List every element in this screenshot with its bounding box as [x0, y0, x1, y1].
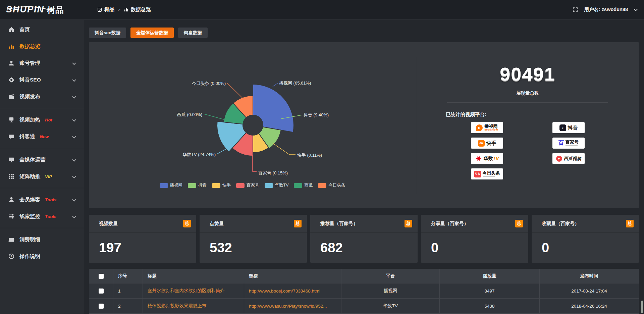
cell-title[interactable]: 室外水纹灯和室内水纹灯的区别和简介	[143, 283, 244, 299]
breadcrumb: 树品 > 数据总览	[97, 6, 151, 13]
legend-item-抖音[interactable]: 抖音	[188, 182, 207, 188]
legend-swatch	[318, 183, 326, 188]
sidebar-item-clapper[interactable]: 视频发布	[0, 88, 84, 105]
stat-card-value: 682	[310, 233, 418, 255]
platform-badge-boosj: ▶播视网boosj.com	[471, 122, 503, 133]
cell-link[interactable]: http://www.boosj.com/7338468.html	[244, 283, 341, 299]
stat-card-value: 0	[532, 233, 639, 255]
username[interactable]: 用户名: zswodun88	[584, 6, 628, 13]
cell-platform: 华数TV	[341, 299, 440, 314]
sidebar-item-grid[interactable]: 矩阵助推VIP	[0, 168, 84, 185]
sidebar-item-home[interactable]: 首页	[0, 21, 84, 38]
total-badge[interactable]: 总	[405, 220, 412, 227]
legend-item-西瓜[interactable]: 西瓜	[294, 182, 313, 188]
monitor-icon	[8, 157, 14, 163]
cell-time: 2018-04-26 16:24	[540, 299, 639, 314]
legend-item-播视网[interactable]: 播视网	[160, 182, 183, 188]
sidebar-item-label: 会员爆客	[19, 196, 40, 203]
sidebar-item-badge: Tools	[45, 214, 56, 219]
sidebar-item-heat[interactable]: 视频加热Hot	[0, 111, 84, 128]
total-badge[interactable]: 总	[626, 220, 634, 227]
platform-column-left: ▶播视网boosj.com66快手华数TV头条今日头条	[471, 122, 503, 179]
sidebar-item-label: 矩阵助推	[19, 173, 40, 180]
legend-item-快手[interactable]: 快手	[212, 182, 231, 188]
sidebar-item-bars[interactable]: 数据总览	[0, 38, 84, 55]
table-header-链接: 链接	[244, 269, 341, 283]
legend-label: 华数TV	[275, 182, 289, 188]
baijiahao-logo-icon: 百	[558, 140, 564, 147]
stat-card-label: 点赞量	[210, 221, 224, 227]
legend-swatch	[265, 183, 273, 188]
impressions-total-value: 90491	[416, 63, 639, 85]
platform-column-right: ♪抖音百百家号▶西瓜视频	[552, 122, 585, 179]
row-checkbox[interactable]	[99, 289, 104, 294]
legend-item-华数TV[interactable]: 华数TV	[265, 182, 289, 188]
platform-badge-wasu: 华数TV	[471, 153, 503, 164]
cell-plays: 5438	[440, 299, 540, 314]
sidebar-item-label: 视频加热	[19, 116, 40, 123]
total-badge[interactable]: 总	[515, 220, 523, 227]
row-select-cell	[89, 299, 113, 314]
legend-item-今日头条[interactable]: 今日头条	[318, 182, 345, 188]
sidebar-divider	[0, 148, 84, 148]
sidebar-item-chat[interactable]: 抖客通New	[0, 128, 84, 145]
heat-icon	[8, 117, 14, 123]
platform-badge-toutiao: 头条今日头条	[471, 168, 503, 179]
sidebar-item-question[interactable]: ?操作说明	[0, 248, 84, 265]
legend-swatch	[188, 183, 196, 188]
stat-card: 视频数量 总 197	[89, 215, 196, 263]
stat-card: 点赞量 总 532	[200, 215, 307, 263]
cell-time: 2017-08-24 17:04	[540, 283, 639, 299]
topbar-right: 用户名: zswodun88	[573, 6, 644, 13]
sidebar-item-label: 全媒体运营	[19, 156, 46, 163]
stat-card-value: 532	[200, 233, 307, 255]
table-header-平台: 平台	[341, 269, 440, 283]
rose-chart: 播视网 (65.61%)抖音 (9.40%)快手 (0.11%)百家号 (0.1…	[89, 42, 416, 208]
cell-link[interactable]: http://www.wasu.cn/Play/show/id/952...	[244, 299, 341, 314]
edit-square-icon	[97, 7, 102, 12]
stat-card-label: 分享量（百家号）	[431, 221, 469, 227]
stat-card-label: 收藏量（百家号）	[542, 221, 579, 227]
gear-icon	[8, 77, 14, 83]
chevron-down-icon[interactable]	[634, 7, 638, 11]
total-badge[interactable]: 总	[294, 220, 302, 227]
legend-label: 百家号	[247, 182, 259, 188]
platform-badge-baijiahao: 百百家号	[552, 138, 585, 149]
fullscreen-icon[interactable]	[573, 7, 578, 12]
scrollbar[interactable]	[641, 301, 643, 313]
total-badge[interactable]: 总	[183, 220, 191, 227]
sidebar-item-badge: Tools	[45, 197, 56, 202]
row-checkbox[interactable]	[99, 304, 104, 309]
sidebar-item-label: 数据总览	[19, 43, 40, 50]
stat-card: 分享量（百家号） 总 0	[421, 215, 528, 263]
sidebar-item-label: 抖客通	[19, 133, 35, 140]
pie-label-line	[272, 143, 296, 155]
platforms-label: 已统计的视频平台:	[446, 111, 639, 118]
select-all-checkbox[interactable]	[99, 274, 104, 279]
tab-全媒体运营数据[interactable]: 全媒体运营数据	[130, 28, 174, 38]
stat-card-header: 点赞量 总	[200, 215, 307, 233]
sidebar-item-member[interactable]: 会员爆客Tools	[0, 191, 84, 208]
pie-slice-播视网[interactable]	[253, 84, 294, 132]
sidebar-item-sliders[interactable]: 线索监控Tools	[0, 208, 84, 225]
pie-label: 西瓜 (0.00%)	[177, 112, 202, 117]
cell-title[interactable]: 楼体投影灯投影效果震撼上市	[143, 299, 244, 314]
legend-swatch	[212, 183, 220, 188]
legend-item-百家号[interactable]: 百家号	[236, 182, 259, 188]
chat-icon	[8, 134, 14, 140]
breadcrumb-item-root[interactable]: 树品	[97, 6, 114, 13]
tab-抖音seo数据[interactable]: 抖音seo数据	[89, 28, 126, 38]
legend-label: 播视网	[170, 182, 183, 188]
pie-label-line	[204, 114, 224, 119]
sidebar-item-gear[interactable]: 抖音SEO	[0, 71, 84, 88]
pie-label: 华数TV (24.74%)	[182, 152, 216, 157]
tab-询盘数据[interactable]: 询盘数据	[178, 28, 208, 38]
sidebar-item-user[interactable]: 账号管理	[0, 55, 84, 71]
question-icon: ?	[8, 253, 14, 259]
breadcrumb-separator: >	[118, 7, 120, 12]
sidebar-item-monitor[interactable]: 全媒体运营	[0, 151, 84, 168]
breadcrumb-item-current[interactable]: 数据总览	[124, 6, 151, 13]
toutiao-logo-icon: 头条	[474, 171, 481, 177]
sidebar-item-wallet[interactable]: 消费明细	[0, 231, 84, 248]
table-header-标题: 标题	[143, 269, 244, 283]
